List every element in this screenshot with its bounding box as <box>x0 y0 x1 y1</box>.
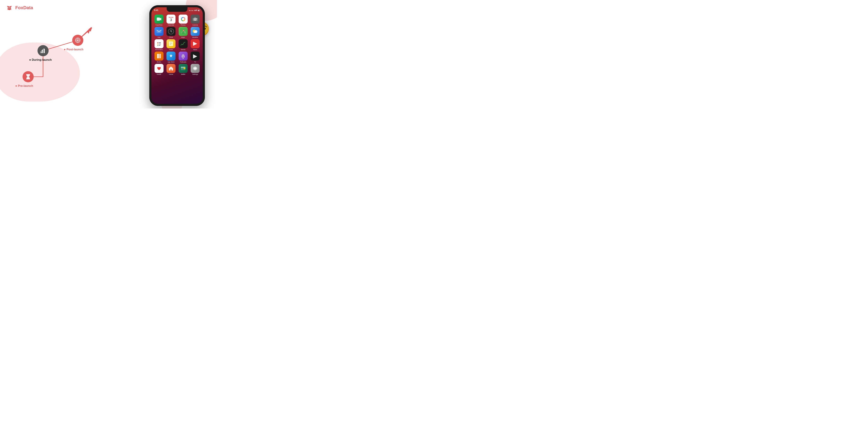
timeline-container: ● Pre-launch ● During-launch <box>10 21 97 97</box>
svg-rect-59 <box>157 54 159 58</box>
app-facetime-label: FaceTime <box>156 24 162 26</box>
app-news[interactable]: News <box>190 39 201 51</box>
app-mail-label: Mail <box>157 36 160 38</box>
app-camera-label: Camera <box>192 24 198 26</box>
pre-launch-label: ● Pre-launch <box>15 84 33 88</box>
svg-rect-16 <box>41 51 42 53</box>
app-podcasts-label: Podcasts <box>180 61 186 63</box>
app-wallet-label: Wallet <box>181 73 185 75</box>
app-podcasts[interactable]: Podcasts <box>178 52 189 63</box>
svg-rect-54 <box>159 45 160 45</box>
svg-point-49 <box>157 42 158 43</box>
app-clock[interactable]: Clock <box>166 27 177 38</box>
left-content: ● Pre-launch ● During-launch <box>10 18 111 101</box>
app-settings[interactable]: Settings <box>190 64 201 75</box>
hourglass-icon <box>25 73 31 80</box>
app-clock-label: Clock <box>169 36 173 38</box>
wifi-icon: wifi <box>194 9 197 11</box>
app-books-label: Books <box>157 61 161 63</box>
app-news-label: News <box>193 49 197 51</box>
app-grid: FaceTime Monday 3 Calendar <box>153 14 202 76</box>
during-launch-label: ● During-launch <box>29 58 52 62</box>
app-weather[interactable]: Weather <box>190 27 201 38</box>
app-appstore-label: App Store <box>167 61 175 63</box>
app-health[interactable]: Health <box>153 64 164 75</box>
svg-point-22 <box>77 39 79 41</box>
svg-rect-34 <box>194 17 196 18</box>
app-tv-label: TV <box>194 61 196 63</box>
svg-rect-50 <box>159 42 161 43</box>
app-mail[interactable]: Mail <box>153 27 164 38</box>
post-launch-label: ● Post-launch <box>64 48 83 51</box>
svg-point-5 <box>9 8 9 8</box>
pre-launch-circle <box>23 71 34 82</box>
status-icons: ▲▲▲ wifi ▮▯ <box>189 9 200 11</box>
app-notes[interactable]: Notes <box>166 39 177 51</box>
svg-point-2 <box>8 7 11 10</box>
svg-point-6 <box>10 8 10 8</box>
svg-rect-52 <box>159 44 161 44</box>
app-maps-label: Maps <box>181 36 185 38</box>
chart-icon <box>40 48 46 54</box>
app-home[interactable]: Home <box>166 64 177 75</box>
app-health-label: Health <box>157 73 161 75</box>
signal-icon: ▲▲▲ <box>189 9 194 11</box>
svg-point-33 <box>195 19 196 20</box>
post-launch-circle <box>72 35 83 46</box>
brand-name: FoxData <box>15 5 33 10</box>
battery-icon: ▮▯ <box>198 9 200 11</box>
svg-point-53 <box>157 45 158 46</box>
app-calendar[interactable]: Monday 3 Calendar <box>166 14 177 26</box>
svg-marker-28 <box>160 18 161 21</box>
phone-notch <box>167 7 187 12</box>
svg-point-30 <box>183 19 184 20</box>
app-stocks[interactable]: Stocks <box>178 39 189 51</box>
svg-rect-27 <box>157 18 160 21</box>
app-settings-label: Settings <box>192 73 198 75</box>
app-calendar-label: Calendar <box>168 24 174 26</box>
svg-point-41 <box>171 31 172 32</box>
app-wallet[interactable]: Wallet <box>178 64 189 75</box>
phone-wrapper: 😏 😏 9:41 ▲▲▲ wifi ▮▯ <box>149 5 208 106</box>
during-launch-circle <box>37 45 49 56</box>
app-tv[interactable]: TV <box>190 52 201 63</box>
app-books[interactable]: Books <box>153 52 164 63</box>
app-facetime[interactable]: FaceTime <box>153 14 164 26</box>
app-notes-label: Notes <box>169 49 173 51</box>
phone-body: 9:41 ▲▲▲ wifi ▮▯ FaceTime <box>149 5 205 106</box>
svg-point-35 <box>196 19 197 19</box>
svg-point-7 <box>9 9 10 9</box>
svg-rect-18 <box>44 49 45 53</box>
app-reminders-label: Reminders <box>155 49 163 51</box>
svg-rect-67 <box>184 68 185 69</box>
app-reminders[interactable]: Reminders <box>153 39 164 51</box>
svg-rect-17 <box>42 50 43 53</box>
svg-point-51 <box>157 44 158 44</box>
app-home-label: Home <box>169 73 173 75</box>
phone-screen: 9:41 ▲▲▲ wifi ▮▯ FaceTime <box>151 7 203 104</box>
app-stocks-label: Stocks <box>181 49 185 51</box>
app-photos-label: Photos <box>181 24 186 26</box>
svg-point-44 <box>183 30 184 31</box>
app-maps[interactable]: Maps <box>178 27 189 38</box>
svg-rect-60 <box>159 54 161 58</box>
svg-point-64 <box>183 55 184 56</box>
target-icon <box>75 37 81 43</box>
foxdata-logo-icon <box>5 4 13 11</box>
app-appstore[interactable]: App Store <box>166 52 177 63</box>
app-photos[interactable]: Photos <box>178 14 189 26</box>
header: FoxData <box>5 4 33 11</box>
app-weather-label: Weather <box>192 36 198 38</box>
app-camera[interactable]: Camera <box>190 14 201 26</box>
svg-rect-48 <box>194 32 197 33</box>
status-time: 9:41 <box>154 9 158 11</box>
